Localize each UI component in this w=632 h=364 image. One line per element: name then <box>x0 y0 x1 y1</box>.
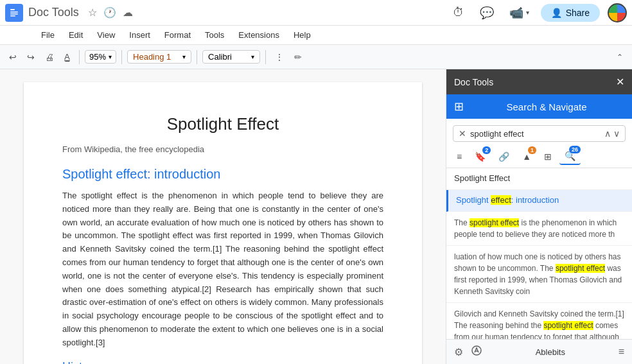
result-title-2: Spotlight effect: introduction <box>456 195 624 205</box>
footer-icons: ⚙ <box>454 345 482 359</box>
main-area: Spotlight Effect From Wikipedia, the fre… <box>0 69 632 364</box>
heading-value: Heading 1 <box>133 52 171 62</box>
top-bar-icons: ☆ 🕐 ☁ <box>87 5 134 20</box>
menu-format[interactable]: Format <box>158 28 197 42</box>
history-heading: History <box>62 360 383 364</box>
print-button[interactable]: 🖨 <box>41 49 58 65</box>
panel-title: Doc Tools <box>454 77 493 87</box>
result-excerpt-4: luation of how much one is noticed by ot… <box>454 251 624 297</box>
tab-links[interactable]: 🔗 <box>493 149 514 164</box>
menu-tools[interactable]: Tools <box>198 28 231 42</box>
document-area[interactable]: Spotlight Effect From Wikipedia, the fre… <box>0 69 446 364</box>
zoom-selector[interactable]: 95% ▾ <box>85 50 116 64</box>
footer-menu-icon[interactable]: ≡ <box>619 346 624 358</box>
star-icon[interactable]: ☆ <box>87 5 98 20</box>
search-up-arrow[interactable]: ∧ <box>604 128 611 139</box>
bookmarks-badge: 2 <box>482 146 491 154</box>
top-bar: Doc Tools ☆ 🕐 ☁ ⏱ 💬 📹▾ 👤 Share <box>0 0 632 26</box>
zoom-chevron: ▾ <box>109 53 112 60</box>
panel-close-button[interactable]: ✕ <box>616 76 624 88</box>
result-item-5[interactable]: Gilovich and Kenneth Savitsky coined the… <box>446 303 632 339</box>
document-page: Spotlight Effect From Wikipedia, the fre… <box>24 82 422 364</box>
top-right-icons: ⏱ 💬 📹▾ 👤 Share <box>449 3 627 22</box>
svg-rect-4 <box>10 15 15 17</box>
menu-view[interactable]: View <box>91 28 121 42</box>
search-clear-icon[interactable]: ✕ <box>459 128 466 139</box>
search-down-arrow[interactable]: ∨ <box>613 128 620 139</box>
tab-headings[interactable]: ≡ <box>452 149 467 164</box>
result-item-1[interactable]: Spotlight Effect <box>446 168 632 190</box>
toolbar-separator-3 <box>197 50 197 64</box>
menu-insert[interactable]: Insert <box>123 28 157 42</box>
comment-btn[interactable]: 💬 <box>476 3 498 22</box>
ablebits-icon[interactable] <box>471 345 482 359</box>
intro-heading: Spotlight effect: introduction <box>62 167 383 182</box>
share-button[interactable]: 👤 Share <box>541 4 600 22</box>
brand-label: Ablebits <box>536 347 565 357</box>
search-badge: 26 <box>569 146 581 153</box>
menu-extensions[interactable]: Extensions <box>232 28 286 42</box>
tab-bookmarks[interactable]: 2 🔖 <box>470 149 491 164</box>
toolbar-separator-1 <box>79 50 80 64</box>
tab-bar: ≡ 2 🔖 🔗 1 ▲ ⊞ 26 🔍 <box>446 146 632 168</box>
panel-grid-icon[interactable]: ⊞ <box>454 100 464 114</box>
font-selector[interactable]: Calibri ▾ <box>202 50 260 64</box>
highlight-4: spotlight effect <box>556 264 605 273</box>
panel-nav-title: Search & Navigate <box>469 101 624 112</box>
comments-badge: 1 <box>528 146 536 154</box>
heading-chevron: ▾ <box>182 53 186 60</box>
tab-tables[interactable]: ⊞ <box>539 149 557 164</box>
history-icon[interactable]: 🕐 <box>102 5 118 20</box>
more-options-button[interactable]: ⋮ <box>271 49 288 65</box>
app-icon <box>5 4 23 22</box>
links-icon: 🔗 <box>498 152 509 162</box>
search-bar: ✕ spotlight effect ∧ ∨ <box>453 125 626 142</box>
document-subtitle: From Wikipedia, the free encyclopedia <box>62 144 383 154</box>
toolbar-separator-4 <box>265 50 266 64</box>
toolbar-separator-2 <box>121 50 122 64</box>
settings-icon[interactable]: ⚙ <box>454 346 463 358</box>
cloud-icon[interactable]: ☁ <box>121 5 134 20</box>
history-btn[interactable]: ⏱ <box>449 3 468 22</box>
tab-search[interactable]: 26 🔍 <box>559 148 581 165</box>
toolbar: ↩ ↪ 🖨 A̲ 95% ▾ Heading 1 ▾ Calibri ▾ ⋮ ✏… <box>0 45 632 69</box>
highlight-2: effect <box>491 195 511 205</box>
spellcheck-button[interactable]: A̲ <box>60 49 74 64</box>
document-title: Spotlight Effect <box>62 114 383 134</box>
svg-rect-3 <box>10 13 18 15</box>
tables-icon: ⊞ <box>544 152 552 162</box>
result-excerpt-3: The spotlight effect is the phenomenon i… <box>454 217 624 240</box>
highlight-5: spotlight effect <box>543 321 593 330</box>
share-icon: 👤 <box>551 8 562 18</box>
result-item-3[interactable]: The spotlight effect is the phenomenon i… <box>446 212 632 246</box>
panel-nav-bar: ⊞ Search & Navigate <box>446 94 632 119</box>
heading-selector[interactable]: Heading 1 ▾ <box>127 50 191 64</box>
menu-help[interactable]: Help <box>287 28 317 42</box>
result-excerpt-5: Gilovich and Kenneth Savitsky coined the… <box>454 308 624 339</box>
collapse-toolbar-button[interactable]: ⌃ <box>613 50 627 64</box>
result-title-1: Spotlight Effect <box>454 173 624 183</box>
search-input[interactable]: spotlight effect <box>470 129 601 139</box>
menu-bar: File Edit View Insert Format Tools Exten… <box>0 26 632 45</box>
result-item-4[interactable]: luation of how much one is noticed by ot… <box>446 246 632 303</box>
panel-header: Doc Tools ✕ <box>446 69 632 94</box>
redo-button[interactable]: ↪ <box>23 49 39 65</box>
menu-file[interactable]: File <box>35 28 61 42</box>
menu-edit[interactable]: Edit <box>62 28 89 42</box>
svg-rect-2 <box>10 12 18 13</box>
font-chevron: ▾ <box>251 53 254 60</box>
tab-comments[interactable]: 1 ▲ <box>517 149 536 164</box>
undo-button[interactable]: ↩ <box>5 49 21 65</box>
paint-format-button[interactable]: ✏ <box>290 49 306 65</box>
svg-rect-1 <box>10 9 15 10</box>
video-btn[interactable]: 📹▾ <box>505 3 533 22</box>
result-item-2[interactable]: Spotlight effect: introduction <box>446 190 632 212</box>
results-list: Spotlight Effect Spotlight effect: intro… <box>446 168 632 339</box>
highlight-3: spotlight effect <box>470 218 519 227</box>
footer-brand: Ablebits <box>536 347 565 357</box>
document-body: The spotlight effect is the phenomenon i… <box>62 189 383 350</box>
zoom-value: 95% <box>89 52 106 62</box>
panel-footer: ⚙ Ablebits ≡ <box>446 339 632 364</box>
avatar[interactable] <box>608 3 627 22</box>
svg-rect-0 <box>9 6 19 19</box>
